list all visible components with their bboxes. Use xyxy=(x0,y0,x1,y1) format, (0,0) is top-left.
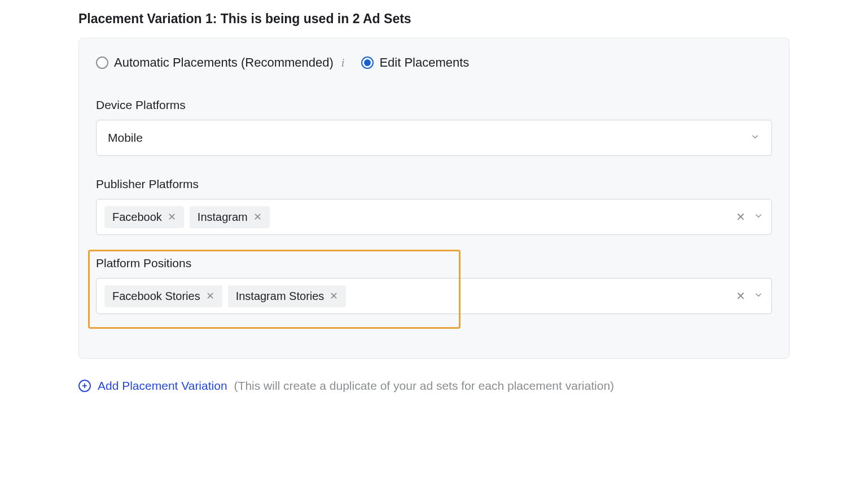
close-icon[interactable]: ✕ xyxy=(168,212,176,222)
device-platforms-group: Device Platforms Mobile xyxy=(96,98,772,156)
device-platforms-label: Device Platforms xyxy=(96,98,772,112)
footer-row: + Add Placement Variation (This will cre… xyxy=(78,379,790,393)
publisher-platforms-label: Publisher Platforms xyxy=(96,177,772,191)
info-icon[interactable]: i xyxy=(341,56,345,69)
placement-card: Automatic Placements (Recommended) i Edi… xyxy=(78,38,790,359)
chevron-down-icon[interactable] xyxy=(753,289,764,303)
chevron-down-icon xyxy=(750,131,760,145)
tag-label: Facebook Stories xyxy=(112,290,200,303)
platform-positions-select[interactable]: Facebook Stories ✕ Instagram Stories ✕ ✕ xyxy=(96,278,772,314)
radio-label: Automatic Placements (Recommended) xyxy=(114,55,334,70)
select-actions: ✕ xyxy=(736,210,764,224)
select-value: Mobile xyxy=(108,131,750,145)
close-icon[interactable]: ✕ xyxy=(330,291,338,301)
tag-label: Facebook xyxy=(112,211,162,224)
close-icon[interactable]: ✕ xyxy=(253,212,262,222)
radio-edit-placements[interactable]: Edit Placements xyxy=(361,55,469,70)
radio-icon xyxy=(361,56,374,69)
device-platforms-select[interactable]: Mobile xyxy=(96,120,772,156)
add-placement-variation-link[interactable]: Add Placement Variation xyxy=(98,379,227,393)
section-heading: Placement Variation 1: This is being use… xyxy=(78,11,790,27)
tag-instagram: Instagram ✕ xyxy=(190,206,270,228)
tag-facebook: Facebook ✕ xyxy=(104,206,184,228)
close-icon[interactable]: ✕ xyxy=(206,291,214,301)
platform-positions-group: Platform Positions Facebook Stories ✕ In… xyxy=(96,256,772,336)
platform-positions-label: Platform Positions xyxy=(96,256,772,270)
radio-label: Edit Placements xyxy=(379,55,469,70)
footer-hint: (This will create a duplicate of your ad… xyxy=(234,379,615,393)
tag-label: Instagram xyxy=(198,211,248,224)
plus-circle-icon[interactable]: + xyxy=(78,380,91,392)
radio-icon xyxy=(96,56,108,69)
clear-all-icon[interactable]: ✕ xyxy=(736,211,746,223)
select-actions: ✕ xyxy=(736,289,764,303)
publisher-platforms-select[interactable]: Facebook ✕ Instagram ✕ ✕ xyxy=(96,199,772,235)
publisher-platforms-group: Publisher Platforms Facebook ✕ Instagram… xyxy=(96,177,772,235)
tags-container: Facebook ✕ Instagram ✕ xyxy=(104,206,730,228)
placement-mode-radios: Automatic Placements (Recommended) i Edi… xyxy=(96,55,772,70)
tag-facebook-stories: Facebook Stories ✕ xyxy=(104,285,222,307)
tag-instagram-stories: Instagram Stories ✕ xyxy=(228,285,347,307)
tags-container: Facebook Stories ✕ Instagram Stories ✕ xyxy=(104,285,730,307)
radio-automatic-placements[interactable]: Automatic Placements (Recommended) i xyxy=(96,55,344,70)
clear-all-icon[interactable]: ✕ xyxy=(736,290,746,302)
tag-label: Instagram Stories xyxy=(236,290,325,303)
chevron-down-icon[interactable] xyxy=(753,210,764,224)
